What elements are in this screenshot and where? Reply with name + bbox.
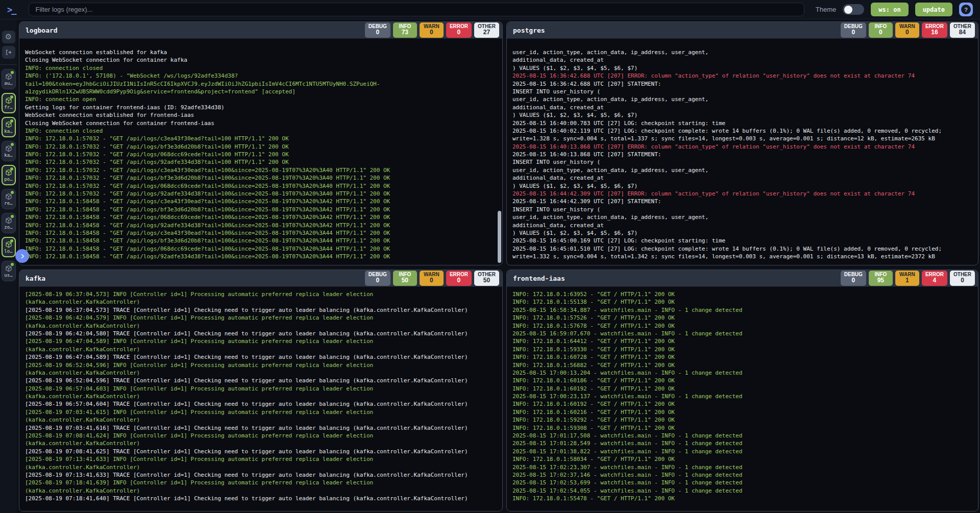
logout-icon: [5, 49, 12, 56]
level-badge[interactable]: ERROR 4: [922, 271, 947, 286]
badge-count: 0: [376, 277, 379, 284]
log-line: INFO: 172.18.0.1:58458 - "GET /api/logs/…: [25, 206, 500, 213]
status-dot: [10, 167, 13, 170]
level-badge[interactable]: ERROR 0: [446, 271, 472, 286]
log-viewport-logboard[interactable]: WebSocket connection established for kaf…: [19, 39, 502, 265]
topbar: >_ Theme ws: on update ?: [0, 0, 980, 19]
panel-postgres: postgres DEBUG 0 INFO 0 WARN 0: [506, 21, 978, 265]
level-badge[interactable]: OTHER 27: [474, 22, 499, 38]
badge-count: 16: [931, 29, 938, 36]
filter-input[interactable]: [29, 3, 804, 16]
log-line: 2025-08-15 17:02:37,146 - watchfiles.mai…: [512, 471, 976, 479]
level-badges: DEBUG 0 INFO 73 WARN 0 ERROR: [365, 22, 500, 38]
log-line: 2025-08-15 17:01:28,549 - watchfiles.mai…: [512, 439, 976, 447]
logout-button[interactable]: [2, 46, 15, 59]
container-item[interactable]: re…: [2, 189, 16, 209]
level-badge[interactable]: DEBUG 0: [365, 22, 390, 38]
log-line: [2025-08-19 07:18:41,639] INFO [Controll…: [25, 479, 500, 486]
ws-toggle-button[interactable]: ws: on: [871, 3, 908, 16]
badge-count: 0: [961, 277, 964, 284]
level-badge[interactable]: OTHER 50: [474, 271, 499, 286]
log-line: 2025-08-15 16:58:34,887 - watchfiles.mai…: [512, 306, 976, 314]
container-item[interactable]: po…: [2, 165, 16, 185]
log-line: INFO: 172.18.0.1:60728 - "GET / HTTP/1.1…: [512, 353, 976, 361]
status-dot: [11, 263, 14, 266]
settings-button[interactable]: ⚙: [2, 31, 15, 43]
log-line: INFO: 172.18.0.1:55138 - "GET / HTTP/1.1…: [512, 298, 976, 306]
level-badge[interactable]: DEBUG 0: [841, 22, 866, 38]
chevron-right-icon: [19, 253, 26, 259]
level-badge[interactable]: ERROR 16: [922, 22, 947, 38]
level-badge[interactable]: INFO 50: [393, 271, 417, 286]
gear-icon: ⚙: [5, 33, 12, 41]
sidebar: ⚙ au… fr…: [0, 19, 17, 513]
level-badge[interactable]: WARN 1: [895, 271, 919, 286]
level-badge[interactable]: OTHER 84: [950, 22, 975, 38]
badge-count: 27: [483, 29, 490, 36]
theme-label: Theme: [816, 6, 836, 13]
badge-count: 50: [402, 277, 408, 284]
panel-title: frontend-iaas: [513, 275, 565, 282]
log-line: INFO: 172.18.0.1:57032 - "GET /api/logs/…: [25, 158, 500, 166]
log-line: user_id, action_type, action_data, ip_ad…: [512, 95, 976, 103]
log-line: 2025-08-15 16:36:42.688 UTC [207] ERROR:…: [512, 72, 976, 80]
log-line: [2025-08-19 06:47:04,589] TRACE [Control…: [25, 353, 500, 361]
level-badge[interactable]: WARN 0: [420, 271, 444, 286]
container-cube-icon: [5, 193, 12, 200]
container-cube-icon: [5, 145, 12, 152]
level-badge[interactable]: ERROR 0: [446, 22, 472, 38]
container-item[interactable]: lo…: [2, 237, 16, 257]
container-item[interactable]: ka…: [2, 117, 16, 137]
log-viewport-frontend-iaas[interactable]: INFO: 172.18.0.1:63952 - "GET / HTTP/1.1…: [507, 287, 978, 511]
log-line: (kafka.controller.KafkaController): [25, 393, 500, 400]
level-badge[interactable]: WARN 0: [420, 22, 444, 38]
expand-sidebar-button[interactable]: [15, 249, 29, 263]
help-button[interactable]: ?: [959, 3, 973, 16]
container-item[interactable]: zo…: [2, 213, 16, 233]
log-line: INFO: 172.18.0.1:58458 - "GET /api/logs/…: [25, 253, 500, 260]
log-line: (kafka.controller.KafkaController): [25, 487, 500, 495]
log-line: INFO: 172.18.0.1:57032 - "GET /api/logs/…: [25, 166, 500, 174]
log-line: INFO: 172.18.0.1:60192 - "GET / HTTP/1.1…: [512, 400, 976, 408]
container-item[interactable]: us…: [2, 261, 16, 281]
log-line: 2025-08-15 17:01:17,508 - watchfiles.mai…: [512, 432, 976, 439]
container-label: ka…: [4, 153, 12, 158]
container-item[interactable]: ka…: [2, 141, 16, 161]
log-line: INFO: 172.18.0.1:57678 - "GET / HTTP/1.1…: [512, 322, 976, 330]
panel-header: frontend-iaas DEBUG 0 INFO 95 WARN: [507, 270, 978, 287]
status-dot: [10, 119, 13, 123]
log-line: ) VALUES ($1, $2, $3, $4, $5, $6, $7): [512, 229, 976, 237]
log-line: INFO: 172.18.0.1:60192 - "GET / HTTP/1.1…: [512, 385, 976, 393]
log-line: INSERT INTO user_history (: [512, 88, 976, 95]
level-badge[interactable]: INFO 73: [393, 22, 417, 38]
container-item[interactable]: au…: [2, 69, 16, 89]
log-viewport-kafka[interactable]: [2025-08-19 06:37:04,573] INFO [Controll…: [19, 287, 502, 511]
scrollbar-thumb[interactable]: [498, 211, 501, 263]
log-line: [2025-08-19 07:08:41,625] TRACE [Control…: [25, 448, 500, 455]
log-line: [2025-08-19 06:57:04,603] INFO [Controll…: [25, 385, 500, 393]
level-badge[interactable]: INFO 0: [869, 22, 893, 38]
container-item[interactable]: fr…: [2, 93, 16, 113]
level-badge[interactable]: DEBUG 0: [841, 271, 866, 286]
theme-toggle[interactable]: [843, 4, 864, 15]
log-line: [2025-08-19 06:52:04,596] INFO [Controll…: [25, 361, 500, 369]
panel-header: postgres DEBUG 0 INFO 0 WARN 0: [507, 22, 978, 39]
log-line: INFO: 172.18.0.1:59308 - "GET / HTTP/1.1…: [512, 424, 976, 432]
panel-title: kafka: [26, 275, 45, 282]
log-line: INFO: 172.18.0.1:58458 - "GET /api/logs/…: [25, 222, 500, 229]
log-line: WebSocket connection established for fro…: [25, 111, 500, 119]
log-line: 2025-08-15 16:36:42.688 UTC [207] STATEM…: [512, 80, 976, 88]
question-icon: ?: [961, 5, 971, 14]
log-line: INFO: 172.18.0.1:56882 - "GET / HTTP/1.1…: [512, 361, 976, 369]
container-label: po…: [4, 177, 12, 182]
level-badge[interactable]: WARN 0: [895, 22, 919, 38]
log-line: user_id, action_type, action_data, ip_ad…: [512, 166, 976, 174]
level-badge[interactable]: DEBUG 0: [365, 271, 390, 286]
log-line: 2025-08-15 16:40:02.119 UTC [27] LOG: ch…: [512, 127, 976, 135]
log-viewport-postgres[interactable]: user_id, action_type, action_data, ip_ad…: [507, 39, 978, 265]
level-badge[interactable]: OTHER 0: [950, 271, 975, 286]
level-badge[interactable]: INFO 95: [869, 271, 893, 286]
badge-count: 0: [879, 29, 883, 36]
update-button[interactable]: update: [915, 3, 952, 16]
log-line: (kafka.controller.KafkaController): [25, 416, 500, 424]
